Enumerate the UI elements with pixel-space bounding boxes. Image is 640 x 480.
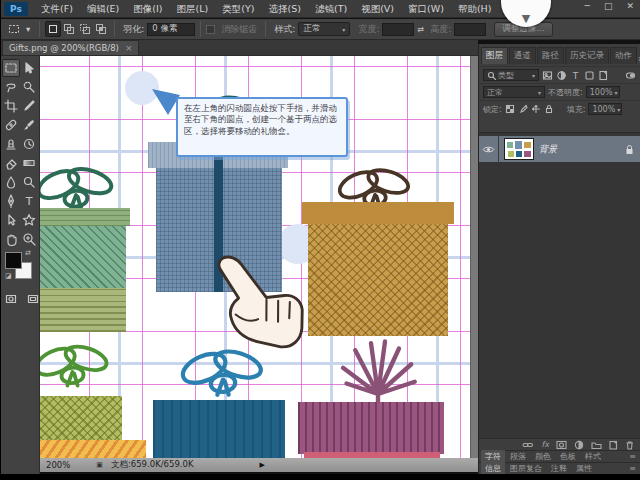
delete-layer-icon[interactable] [625, 440, 634, 450]
gradient-tool-icon[interactable] [20, 154, 38, 172]
swap-dimensions-icon[interactable]: ⇄ [417, 25, 424, 34]
menu-edit[interactable]: 编辑(E) [80, 0, 126, 18]
visibility-toggle[interactable] [479, 136, 499, 162]
layers-panel-buttons: fx [479, 438, 640, 450]
add-mask-icon[interactable] [556, 440, 567, 450]
tab-channels[interactable]: 通道 [509, 47, 536, 64]
tab-actions[interactable]: 动作 [610, 47, 637, 64]
menu-type[interactable]: 类型(Y) [215, 0, 261, 18]
menu-window[interactable]: 窗口(W) [401, 0, 451, 18]
panel-menu-icon[interactable]: ≡ [629, 452, 636, 461]
filter-pixel-icon[interactable] [542, 70, 553, 81]
width-input[interactable] [382, 23, 414, 36]
rectangular-marquee-tool-icon[interactable] [2, 59, 20, 77]
layer-style-icon[interactable]: fx [541, 440, 549, 449]
chevron-down-icon: ▾ [342, 26, 345, 33]
path-selection-tool-icon[interactable] [2, 211, 20, 229]
status-bar: 200% ▣ 文档:659.0K/659.0K ▶ [40, 458, 478, 472]
status-menu-arrow-icon[interactable]: ▶ [259, 461, 264, 469]
filter-adjustment-icon[interactable] [556, 70, 567, 81]
clone-stamp-tool-icon[interactable] [2, 135, 20, 153]
link-layers-icon[interactable] [522, 440, 534, 450]
menu-layer[interactable]: 图层(L) [170, 0, 216, 18]
history-brush-tool-icon[interactable] [20, 135, 38, 153]
filter-shape-icon[interactable] [584, 70, 595, 81]
filter-toggle-icon[interactable] [625, 70, 636, 81]
healing-brush-tool-icon[interactable] [2, 116, 20, 134]
lock-transparency-icon[interactable] [505, 104, 515, 114]
hand-tool-icon[interactable] [2, 230, 20, 248]
menu-filter[interactable]: 滤镜(T) [308, 0, 354, 18]
maximize-button[interactable]: □ [604, 1, 613, 11]
tab-paths[interactable]: 路径 [537, 47, 564, 64]
zoom-level-field[interactable]: 200% [46, 460, 70, 470]
layer-name[interactable]: 背景 [539, 143, 557, 156]
subtract-selection-button[interactable] [77, 21, 93, 37]
blend-mode-select[interactable]: 正常 ▾ [483, 86, 545, 98]
intersect-selection-button[interactable] [93, 21, 109, 37]
fill-label: 填充: [567, 104, 586, 115]
style-select[interactable]: 正常 ▾ [298, 22, 350, 36]
lock-pixels-icon[interactable] [518, 104, 528, 114]
menu-help[interactable]: 帮助(H) [451, 0, 499, 18]
document-title: Gifts.png @ 200%(RGB/8) [9, 43, 119, 53]
lock-position-icon[interactable] [531, 104, 541, 114]
anti-alias-checkbox[interactable] [206, 25, 215, 34]
pen-tool-icon[interactable] [2, 192, 20, 210]
lock-label: 锁定: [483, 104, 502, 115]
gift-body-olive2 [40, 396, 122, 442]
add-selection-button[interactable] [61, 21, 77, 37]
lasso-tool-icon[interactable] [2, 78, 20, 96]
lock-all-icon[interactable] [544, 104, 554, 114]
filter-type-select[interactable]: 类型 ▾ [483, 69, 539, 81]
quick-mask-button[interactable] [4, 292, 18, 306]
brush-tool-icon[interactable] [20, 116, 38, 134]
minimize-button[interactable]: ─ [585, 1, 590, 11]
opacity-select[interactable]: 100% ▾ [586, 86, 620, 98]
doc-size-icon: ▣ [96, 461, 103, 469]
eraser-tool-icon[interactable] [2, 154, 20, 172]
canvas[interactable]: 在左上角的闪动圆点处按下手指，并滑动至右下角的圆点，创建一个基于两点的选区，选择… [40, 56, 478, 458]
new-group-icon[interactable] [591, 440, 602, 450]
filter-smart-object-icon[interactable] [598, 70, 609, 81]
close-button[interactable]: ✕ [626, 1, 634, 11]
menu-image[interactable]: 图像(I) [126, 0, 169, 18]
tab-layers[interactable]: 图层 [481, 47, 508, 64]
new-layer-icon[interactable] [609, 440, 618, 450]
screen-mode-button[interactable] [26, 292, 40, 306]
zoom-tool-icon[interactable] [20, 230, 38, 248]
new-adjustment-icon[interactable] [574, 440, 584, 450]
canvas-scrollbar[interactable] [470, 56, 478, 458]
crop-tool-icon[interactable] [2, 97, 20, 115]
move-tool-icon[interactable] [20, 59, 38, 77]
lock-row: 锁定: 填充: 100% ▾ [479, 100, 640, 117]
tab-close-icon[interactable]: × [125, 43, 133, 53]
panel-menu-icon[interactable]: ≡ [629, 464, 636, 473]
dodge-tool-icon[interactable] [20, 173, 38, 191]
tool-preset-icon[interactable] [6, 21, 22, 37]
foreground-color-swatch[interactable] [5, 252, 22, 269]
default-colors-icon[interactable]: ◪ [5, 272, 14, 280]
filter-type-layers-icon[interactable]: T [570, 70, 581, 81]
custom-shape-tool-icon[interactable] [20, 211, 38, 229]
swap-colors-icon[interactable]: ⇄ [25, 249, 31, 257]
tab-history[interactable]: 历史记录 [565, 47, 609, 64]
height-label: 高度: [430, 23, 451, 36]
layer-row-background[interactable]: 背景 [479, 136, 640, 162]
gift-body-tan [308, 224, 448, 336]
height-input[interactable] [454, 23, 486, 36]
feather-input[interactable]: 0 像素 [147, 23, 195, 36]
tool-preset-chevron-icon[interactable]: ▾ [22, 22, 34, 36]
quick-selection-tool-icon[interactable] [20, 78, 38, 96]
document-tab[interactable]: Gifts.png @ 200%(RGB/8) × [2, 40, 139, 55]
document-tab-bar: Gifts.png @ 200%(RGB/8) × [0, 40, 478, 56]
menu-select[interactable]: 选择(S) [261, 0, 307, 18]
eyedropper-tool-icon[interactable] [20, 97, 38, 115]
blur-tool-icon[interactable] [2, 173, 20, 191]
menu-view[interactable]: 视图(V) [354, 0, 401, 18]
fill-select[interactable]: 100% ▾ [588, 103, 622, 115]
new-selection-button[interactable] [45, 21, 61, 37]
layer-thumbnail[interactable] [504, 138, 534, 160]
menu-file[interactable]: 文件(F) [34, 0, 80, 18]
type-tool-icon[interactable]: T [20, 192, 38, 210]
